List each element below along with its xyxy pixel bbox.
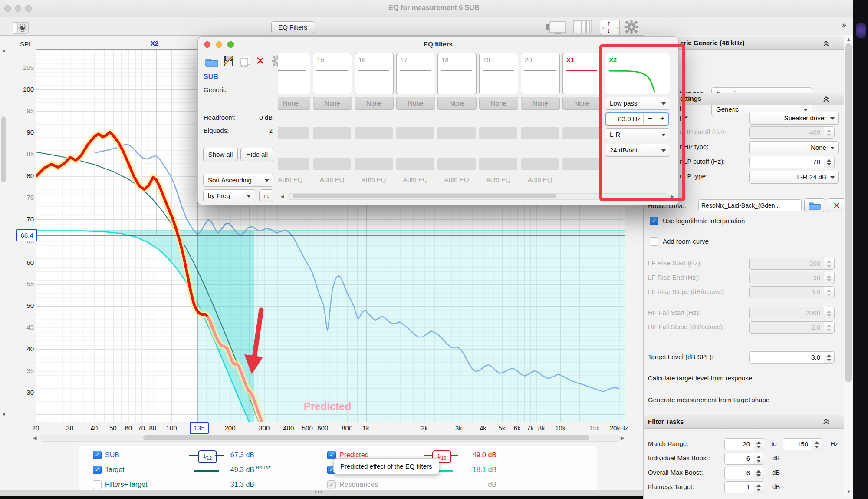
increment-icon[interactable] [815,441,819,444]
increment-icon[interactable] [827,275,831,278]
increment-icon[interactable] [827,261,831,263]
resize-handle-dots[interactable]: ••• [314,489,323,496]
filter-type-dropdown[interactable]: None [521,97,560,110]
decrement-icon[interactable] [827,314,831,317]
panel-spinner-field[interactable]: 70 [749,156,824,168]
filter-type-dropdown[interactable]: None [562,97,602,110]
trace-visibility-checkbox[interactable] [93,480,102,489]
increment-icon[interactable] [827,324,831,327]
panel-spinner-field[interactable]: 30 [749,272,824,284]
toolbar-overflow-chevron[interactable]: » [842,20,846,30]
layout-columns-icon[interactable] [573,20,592,35]
trace-visibility-checkbox[interactable]: ✓ [93,466,102,474]
filter-type-dropdown[interactable]: None [437,97,477,110]
camera-icon[interactable] [12,20,30,36]
filter-slot-card[interactable]: 20 [521,53,560,94]
trace-visibility-checkbox[interactable]: ✓ [327,480,336,489]
panel-spinner-field[interactable]: 400 [749,126,824,139]
panel-scroll-down-icon[interactable]: ▼ [846,489,851,494]
increment-icon[interactable] [756,456,761,458]
decrement-icon[interactable] [756,460,761,463]
panel-spinner-field[interactable]: 2000 [749,307,824,319]
trace-visibility-checkbox[interactable]: ✓ [327,451,336,459]
x-scroll-right-icon[interactable]: ▶ [621,435,624,441]
house-curve-open-button[interactable] [804,198,825,212]
panel-spinner-field[interactable]: 20 [724,438,754,450]
filter-slot-card[interactable]: X1 [562,53,602,94]
panel-spinner-field[interactable]: 3.0 [749,286,824,298]
panel-scrollbar-thumb[interactable] [845,43,852,382]
filter-type-dropdown[interactable]: None [396,97,435,110]
slots-scroll-left-icon[interactable]: ◀ [280,194,284,199]
log-interpolation-checkbox[interactable]: ✓ [650,217,658,225]
panel-spinner-field[interactable]: 200 [749,258,824,270]
panel-spinner-arrows[interactable] [824,126,835,139]
filter-slot-card[interactable]: 19 [479,53,518,94]
panel-spinner-arrows[interactable] [824,258,835,270]
gear-icon[interactable] [624,20,639,36]
filter-type-dropdown[interactable]: None [355,97,394,110]
decrement-icon[interactable] [827,134,831,136]
hide-all-button[interactable]: Hide all [240,148,273,161]
panel-spinner-arrows[interactable] [824,286,835,298]
increment-icon[interactable] [756,470,761,473]
filter-slot-card[interactable]: 16 [355,53,394,94]
eq-filters-toolbar-button[interactable]: EQ Filters [271,21,314,33]
decrement-icon[interactable] [815,446,819,448]
panel-spinner-arrows[interactable] [753,438,764,450]
panel-spinner-arrows[interactable] [812,438,822,450]
thumbnail-panel-icon[interactable] [546,21,566,36]
panel-spinner-field[interactable]: 3.0 [749,351,824,364]
panel-spinner-arrows[interactable] [824,351,835,364]
save-filters-icon[interactable] [223,55,235,69]
decrement-icon[interactable] [756,446,761,448]
panel-spinner-field[interactable]: 1 [724,481,754,493]
increment-icon[interactable] [827,129,831,132]
filter-type-dropdown[interactable]: None [479,97,518,110]
panel-spinner-field[interactable]: 2.0 [749,321,824,334]
filter-slot-card[interactable]: 18 [437,53,477,94]
y-scroll-up-icon[interactable]: ▲ [2,48,7,53]
filter-slot-card[interactable] [278,53,310,94]
pan-controls-icon[interactable]: ↑ ↓ ← → [600,20,620,35]
decrement-icon[interactable] [756,474,761,477]
copy-filters-icon[interactable] [240,55,252,69]
sort-mode-dropdown[interactable]: Sort Ascending [203,174,273,187]
panel-spinner-arrows[interactable] [753,481,764,493]
filter-slot-card[interactable]: 17 [396,53,435,94]
sort-key-dropdown[interactable]: by Freq [203,189,255,202]
delete-filters-icon[interactable]: ✕ [256,54,265,68]
decrement-icon[interactable] [827,294,831,296]
x-scroll-left-icon[interactable]: ◀ [33,435,36,441]
panel-spinner-arrows[interactable] [824,156,835,168]
increment-icon[interactable] [756,484,761,487]
decrement-icon[interactable] [827,265,831,268]
slots-scrollbar-thumb[interactable] [293,194,556,198]
calculate-target-level-action[interactable]: Calculate target level from response [648,374,752,382]
open-filters-icon[interactable] [205,56,218,69]
apply-sort-icon[interactable]: ↑↓ [259,189,273,202]
decrement-icon[interactable] [827,359,831,361]
panel-spinner-arrows[interactable] [753,453,764,465]
panel-spinner-arrows[interactable] [753,467,764,479]
increment-icon[interactable] [827,159,831,162]
add-room-curve-checkbox[interactable] [650,237,658,246]
increment-icon[interactable] [827,354,831,357]
panel-spinner-arrows[interactable] [824,321,835,334]
generate-measurement-action[interactable]: Generate measurement from target shape [648,396,769,403]
collapse-section-icon[interactable] [823,40,829,47]
trace-visibility-checkbox[interactable]: ✓ [93,451,102,459]
decrement-icon[interactable] [827,163,831,166]
panel-dropdown[interactable]: L-R 24 dB [749,171,839,184]
show-all-button[interactable]: Show all [203,148,238,161]
panel-spinner-field[interactable]: 150 [783,438,812,450]
panel-dropdown[interactable]: None [749,141,839,154]
filter-type-dropdown[interactable]: None [278,97,310,110]
house-curve-field[interactable]: ResoNix_Laid-Back_(Gden... [698,199,802,211]
collapse-section-icon[interactable] [823,96,829,102]
increment-icon[interactable] [827,310,831,313]
x-scrollbar-thumb[interactable] [143,435,589,440]
panel-spinner-field[interactable]: 6 [724,467,754,479]
increment-icon[interactable] [827,289,831,292]
decrement-icon[interactable] [827,329,831,331]
